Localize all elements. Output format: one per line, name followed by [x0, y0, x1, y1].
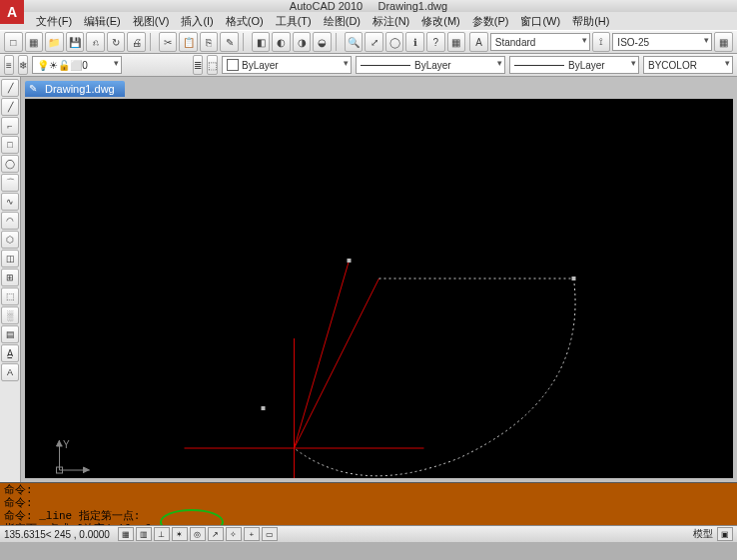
snap-toggle[interactable]: ▦	[118, 527, 134, 541]
layermgr-icon[interactable]: ≡	[4, 55, 14, 75]
ucs-y-label: Y	[63, 439, 70, 450]
region-icon[interactable]: A̲	[1, 344, 19, 362]
drawing-svg	[25, 99, 733, 478]
b3-icon[interactable]: ◑	[293, 32, 312, 52]
menu-dim[interactable]: 标注(N)	[367, 12, 415, 31]
menu-help[interactable]: 帮助(H)	[566, 12, 615, 31]
layer-toolbar: ≡ ❄ 💡☀🔓⬜0 ≣ ⬚ ByLayer ByLayer ByLayer BY…	[0, 54, 737, 77]
revcloud-icon[interactable]: ◠	[1, 212, 19, 230]
drawing-wrapper: Drawing1.dwg	[21, 77, 737, 482]
menu-window[interactable]: 窗口(W)	[514, 12, 566, 31]
rectangle-icon[interactable]: □	[1, 136, 19, 154]
info-icon[interactable]: ℹ	[405, 32, 424, 52]
print-icon[interactable]: 🖨	[127, 32, 146, 52]
layerfreeze-icon[interactable]: ❄	[18, 55, 28, 75]
ellipse-icon[interactable]: ◫	[1, 250, 19, 268]
block-icon[interactable]: ⊞	[1, 269, 19, 286]
menu-insert[interactable]: 插入(I)	[175, 12, 219, 31]
cmd-line-1: 命令:	[4, 484, 733, 497]
layerstate-combo[interactable]: 💡☀🔓⬜0	[32, 56, 122, 74]
textstyle-icon[interactable]: A	[469, 32, 488, 52]
cmd-line-2: 命令:	[4, 497, 733, 510]
circle-icon[interactable]: ◯	[1, 155, 19, 173]
status-model[interactable]: 模型	[693, 527, 713, 541]
main-area: ╱ ╱ ⌐ □ ◯ ⌒ ∿ ◠ ⬡ ◫ ⊞ ⬚ ░ ▤ A̲ A Drawing…	[0, 77, 737, 482]
save-icon[interactable]: 💾	[66, 32, 85, 52]
text-icon[interactable]: A	[1, 363, 19, 381]
title-bar: A AutoCAD 2010 Drawing1.dwg	[0, 0, 737, 12]
menu-edit[interactable]: 编辑(E)	[78, 12, 127, 31]
menu-file[interactable]: 文件(F)	[30, 12, 78, 31]
b1-icon[interactable]: ◧	[252, 32, 271, 52]
color-combo[interactable]: ByLayer	[222, 56, 352, 74]
menu-tools[interactable]: 工具(T)	[270, 12, 318, 31]
menu-draw[interactable]: 绘图(D)	[318, 12, 367, 31]
app-title: AutoCAD 2010	[290, 0, 363, 12]
gradient-icon[interactable]: ▤	[1, 325, 19, 343]
grid-icon[interactable]: ▦	[447, 32, 466, 52]
lwt-toggle[interactable]: ▭	[262, 527, 278, 541]
status-coords: 135.6315< 245 , 0.0000	[4, 529, 110, 540]
draw-toolbar: ╱ ╱ ⌐ □ ◯ ⌒ ∿ ◠ ⬡ ◫ ⊞ ⬚ ░ ▤ A̲ A	[0, 77, 21, 482]
paste-icon[interactable]: ⎘	[200, 32, 219, 52]
tablestyle-icon[interactable]: ▦	[714, 32, 733, 52]
polar-toggle[interactable]: ✶	[172, 527, 188, 541]
svg-rect-6	[572, 277, 576, 280]
dimstyle-combo[interactable]: ISO-25	[612, 33, 712, 51]
hatch-icon[interactable]: ░	[1, 306, 19, 324]
menu-view[interactable]: 视图(V)	[127, 12, 176, 31]
polyline-icon[interactable]: ⌐	[1, 117, 19, 135]
ducs-toggle[interactable]: ✧	[226, 527, 242, 541]
xline-icon[interactable]: ╱	[1, 98, 19, 116]
status-bar: 135.6315< 245 , 0.0000 ▦ ▥ ⊥ ✶ ◎ ↗ ✧ + ▭…	[0, 525, 737, 542]
help-icon[interactable]: ?	[426, 32, 445, 52]
sheet-icon[interactable]: ▦	[25, 32, 44, 52]
cmd-line-4: 指定下一点或 [放弃(U)]: @100,0	[4, 523, 733, 525]
separator	[150, 33, 155, 51]
grid-toggle[interactable]: ▥	[136, 527, 152, 541]
b2-icon[interactable]: ◐	[272, 32, 291, 52]
document-tab[interactable]: Drawing1.dwg	[25, 81, 125, 97]
dyn-toggle[interactable]: +	[244, 527, 260, 541]
standard-toolbar: □ ▦ 📁 💾 ⎌ ↻ 🖨 ✂ 📋 ⎘ ✎ ◧ ◐ ◑ ◒ 🔍 ⤢ ◯ ℹ ? …	[0, 30, 737, 54]
textstyle-combo[interactable]: Standard	[490, 33, 590, 51]
match-icon[interactable]: ✎	[220, 32, 239, 52]
arc-icon[interactable]: ⌒	[1, 174, 19, 192]
menu-format[interactable]: 格式(O)	[220, 12, 270, 31]
svg-rect-7	[262, 406, 266, 410]
copy-icon[interactable]: 📋	[179, 32, 198, 52]
command-window[interactable]: 命令: 命令: 命令: _line 指定第一点: 指定下一点或 [放弃(U)]:…	[0, 482, 737, 525]
line-icon[interactable]: ╱	[1, 79, 19, 97]
separator	[336, 33, 341, 51]
svg-rect-5	[348, 259, 352, 263]
zoom-icon[interactable]: 🔍	[345, 32, 364, 52]
cut-icon[interactable]: ✂	[159, 32, 178, 52]
open-icon[interactable]: 📁	[45, 32, 64, 52]
drawing-canvas[interactable]: Y	[25, 99, 733, 478]
plotstyle-combo[interactable]: BYCOLOR	[643, 56, 733, 74]
osnap-toggle[interactable]: ◎	[190, 527, 206, 541]
pan-icon[interactable]: ⤢	[365, 32, 383, 52]
new-icon[interactable]: □	[4, 32, 23, 52]
lineweight-combo[interactable]: ByLayer	[509, 56, 639, 74]
dimstyle-icon[interactable]: ⟟	[592, 32, 611, 52]
layers-b-icon[interactable]: ⬚	[207, 55, 218, 75]
menu-bar: 文件(F) 编辑(E) 视图(V) 插入(I) 格式(O) 工具(T) 绘图(D…	[0, 12, 737, 30]
menu-param[interactable]: 参数(P)	[466, 12, 515, 31]
app-logo[interactable]: A	[0, 0, 24, 24]
spline-icon[interactable]: ∿	[1, 193, 19, 211]
linetype-combo[interactable]: ByLayer	[356, 56, 505, 74]
otrack-toggle[interactable]: ↗	[208, 527, 224, 541]
ortho-toggle[interactable]: ⊥	[154, 527, 170, 541]
menu-modify[interactable]: 修改(M)	[415, 12, 466, 31]
polygon-icon[interactable]: ⬡	[1, 231, 19, 249]
orbit-icon[interactable]: ◯	[385, 32, 404, 52]
layout-nav[interactable]: ▣	[717, 527, 733, 541]
doc-title: Drawing1.dwg	[377, 0, 447, 12]
undo-icon[interactable]: ⎌	[86, 32, 105, 52]
cmd-line-3: 命令: _line 指定第一点:	[4, 510, 733, 523]
b4-icon[interactable]: ◒	[313, 32, 332, 52]
point-icon[interactable]: ⬚	[1, 287, 19, 305]
redo-icon[interactable]: ↻	[107, 32, 126, 52]
layers-a-icon[interactable]: ≣	[193, 55, 203, 75]
